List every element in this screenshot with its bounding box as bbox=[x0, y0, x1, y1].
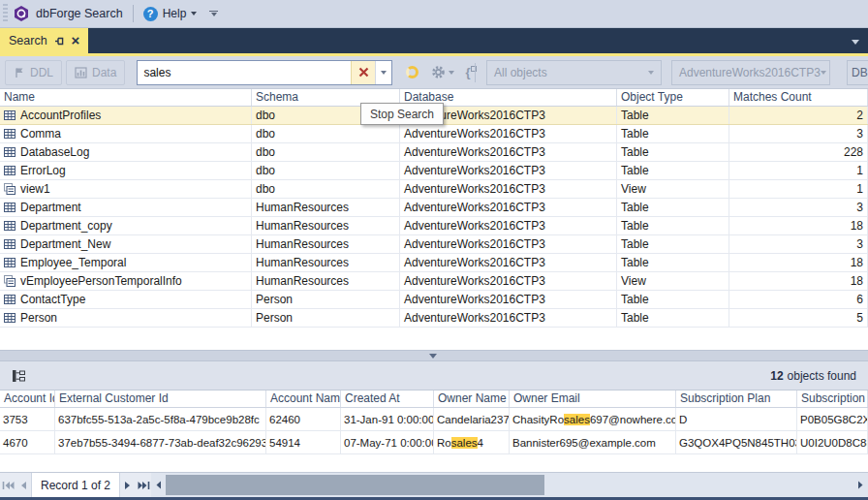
tab-label: Search bbox=[9, 34, 47, 47]
matches-count: 3 bbox=[729, 235, 868, 253]
table-row[interactable]: view1 dbo AdventureWorks2016CTP3 View 1 bbox=[0, 180, 868, 199]
object-schema: HumanResources bbox=[252, 199, 400, 216]
search-input[interactable] bbox=[138, 61, 351, 84]
help-menu[interactable]: Help bbox=[163, 7, 187, 20]
column-header-created-at[interactable]: Created At bbox=[341, 391, 434, 407]
search-history-dropdown-button[interactable] bbox=[375, 61, 391, 84]
name-cell: Comma bbox=[0, 125, 252, 142]
column-header-matches-count[interactable]: Matches Count bbox=[729, 89, 868, 106]
column-header-account-id[interactable]: Account Id bbox=[0, 391, 55, 407]
scrollbar-track[interactable] bbox=[544, 473, 853, 497]
next-record-button[interactable] bbox=[120, 473, 136, 497]
name-cell: ErrorLog bbox=[0, 162, 252, 179]
toolbar-options-button[interactable] bbox=[206, 8, 221, 20]
account-id: 3753 bbox=[0, 408, 55, 430]
scroll-left-icon bbox=[155, 481, 162, 489]
data-row[interactable]: 4670 37eb7b55-3494-6877-73ab-deaf32c9629… bbox=[0, 431, 868, 454]
first-record-icon bbox=[2, 481, 15, 490]
object-type: Table bbox=[617, 143, 729, 161]
column-header-account-name[interactable]: Account Name bbox=[266, 391, 341, 407]
help-icon: ? bbox=[143, 7, 158, 21]
object-types-select[interactable]: All objects bbox=[486, 60, 662, 85]
chevron-down-icon bbox=[381, 71, 387, 75]
name-cell: ContactType bbox=[0, 291, 252, 308]
column-header-object-type[interactable]: Object Type bbox=[617, 89, 729, 106]
pin-icon[interactable] bbox=[54, 36, 65, 47]
data-button[interactable]: Data bbox=[66, 60, 125, 85]
object-database: AdventureWorks2016CTP3 bbox=[400, 143, 617, 161]
stop-search-button[interactable] bbox=[351, 61, 375, 84]
name-cell: DatabaseLog bbox=[0, 143, 252, 161]
panel-splitter[interactable] bbox=[0, 350, 868, 361]
objects-found-status: 12 objects found bbox=[770, 369, 856, 383]
toolbar-grip[interactable] bbox=[3, 4, 8, 23]
table-row[interactable]: ErrorLog dbo AdventureWorks2016CTP3 Tabl… bbox=[0, 162, 868, 180]
table-row[interactable]: Department HumanResources AdventureWorks… bbox=[0, 199, 868, 217]
chevron-down-icon bbox=[449, 71, 454, 75]
table-row[interactable]: vEmployeePersonTemporalInfo HumanResourc… bbox=[0, 272, 868, 291]
previous-record-button[interactable] bbox=[16, 473, 31, 497]
menu-separator bbox=[133, 5, 134, 22]
created-at: 31-Jan-91 0:00:00 bbox=[341, 408, 434, 430]
column-header-external-customer-id[interactable]: External Customer Id bbox=[55, 391, 266, 407]
tab-search[interactable]: Search × bbox=[0, 28, 88, 53]
name-cell: Department_New bbox=[0, 235, 252, 253]
card-view-icon[interactable] bbox=[12, 369, 26, 383]
column-header-name[interactable]: Name bbox=[0, 89, 252, 106]
matches-count: 2 bbox=[729, 107, 868, 124]
owner-name: Rosales4 bbox=[434, 431, 510, 453]
scrollbar-thumb[interactable] bbox=[166, 475, 544, 495]
last-record-button[interactable] bbox=[136, 473, 151, 497]
search-options-button[interactable] bbox=[431, 65, 454, 79]
splitter-collapse-icon[interactable] bbox=[429, 354, 437, 359]
table-row[interactable]: Comma dbo AdventureWorks2016CTP3 Table 3 bbox=[0, 125, 868, 143]
red-x-icon bbox=[358, 67, 369, 78]
record-position-label: Record 1 of 2 bbox=[31, 473, 120, 497]
table-icon bbox=[4, 257, 16, 268]
object-database: AdventureWorks2016CTP3 bbox=[400, 235, 617, 253]
chevron-down-icon bbox=[821, 71, 826, 75]
object-schema: dbo bbox=[252, 125, 400, 142]
object-database: AdventureWorks2016CTP3 bbox=[400, 309, 617, 327]
table-row[interactable]: DatabaseLog dbo AdventureWorks2016CTP3 T… bbox=[0, 143, 868, 162]
table-row[interactable]: Department_New HumanResources AdventureW… bbox=[0, 235, 868, 254]
view-icon bbox=[4, 183, 16, 195]
close-icon[interactable]: × bbox=[72, 36, 80, 46]
matches-count: 3 bbox=[729, 125, 868, 142]
help-dropdown-icon[interactable] bbox=[191, 12, 197, 16]
column-header-subscription-r[interactable]: Subscription R bbox=[797, 391, 868, 407]
table-row[interactable]: Department_copy HumanResources Adventure… bbox=[0, 217, 868, 235]
column-header-owner-name[interactable]: Owner Name bbox=[434, 391, 510, 407]
scroll-right-button[interactable] bbox=[853, 473, 868, 497]
database-select[interactable]: AdventureWorks2016CTP3 bbox=[671, 60, 830, 85]
chevron-down-icon bbox=[648, 71, 654, 75]
object-schema: HumanResources bbox=[252, 254, 400, 271]
record-navigator: Record 1 of 2 bbox=[0, 472, 868, 497]
column-header-owner-email[interactable]: Owner Email bbox=[510, 391, 676, 407]
table-row[interactable]: Employee_Temporal HumanResources Adventu… bbox=[0, 254, 868, 272]
table-row[interactable]: Person Person AdventureWorks2016CTP3 Tab… bbox=[0, 309, 868, 328]
first-record-button[interactable] bbox=[0, 473, 16, 497]
scroll-left-button[interactable] bbox=[151, 473, 166, 497]
matches-count: 5 bbox=[729, 309, 868, 327]
horizontal-scrollbar[interactable] bbox=[151, 473, 868, 497]
db-button[interactable]: DBl bbox=[847, 60, 868, 85]
object-name: Comma bbox=[20, 127, 61, 141]
database-value: AdventureWorks2016CTP3 bbox=[679, 66, 821, 79]
tab-list-dropdown-icon[interactable] bbox=[852, 40, 859, 45]
document-tab-strip: Search × bbox=[0, 28, 868, 56]
objects-found-count: 12 bbox=[770, 369, 783, 383]
external-customer-id: 637bfc55-513a-2a5c-5f8a-479bce9b28fc bbox=[55, 408, 266, 430]
ddl-icon bbox=[14, 67, 25, 78]
object-name: DatabaseLog bbox=[20, 145, 89, 159]
table-icon bbox=[4, 146, 16, 158]
data-row[interactable]: 3753 637bfc55-513a-2a5c-5f8a-479bce9b28f… bbox=[0, 408, 868, 431]
column-header-subscription-plan[interactable]: Subscription Plan bbox=[676, 391, 797, 407]
matches-count: 18 bbox=[729, 254, 868, 271]
object-type: Table bbox=[617, 235, 729, 253]
ddl-button[interactable]: DDL bbox=[5, 60, 62, 85]
table-row[interactable]: ContactType Person AdventureWorks2016CTP… bbox=[0, 291, 868, 309]
object-name: Department_copy bbox=[20, 219, 112, 233]
dbforge-search-window: dbForge Search ? Help Search × bbox=[0, 0, 868, 500]
table-icon bbox=[4, 128, 16, 140]
